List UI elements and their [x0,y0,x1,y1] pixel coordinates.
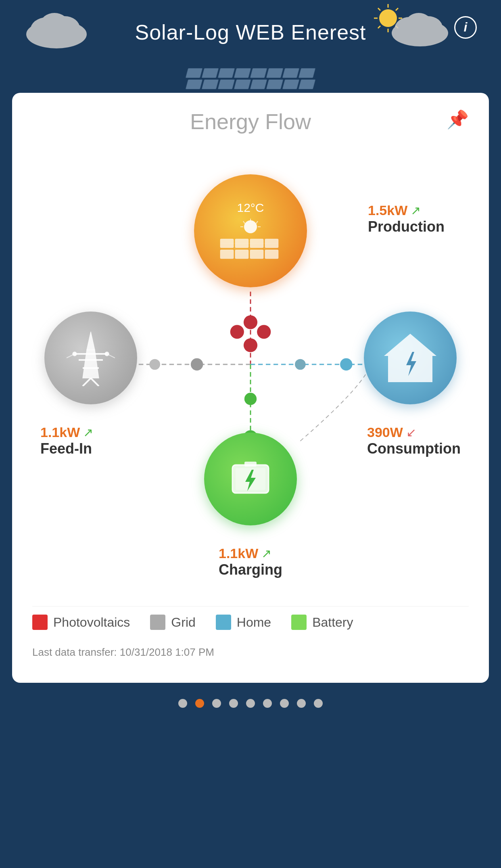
svg-point-21 [244,316,257,329]
svg-point-24 [244,338,257,352]
svg-point-16 [406,13,432,34]
production-value: 1.5kW [368,203,407,218]
feedin-value: 1.1kW [40,425,80,440]
svg-rect-42 [235,250,248,259]
charging-value: 1.1kW [219,546,258,561]
svg-rect-43 [250,250,263,259]
svg-line-34 [256,221,258,224]
svg-point-23 [257,325,271,339]
pin-icon[interactable]: 📌 [447,109,469,130]
legend-battery-label: Battery [312,615,353,630]
consumption-label: Consumption [367,440,461,457]
info-button[interactable]: i [454,16,477,39]
dot-5[interactable] [246,699,255,708]
svg-point-59 [105,352,109,356]
svg-line-9 [378,8,380,10]
svg-point-58 [73,352,77,356]
solar-temp: 12°C [237,201,264,215]
svg-point-29 [244,393,257,405]
legend-home-label: Home [237,615,271,630]
svg-rect-44 [265,250,278,259]
charging-label-area: 1.1kW ↗ Charging [219,546,282,578]
svg-point-25 [191,358,203,370]
dot-1[interactable] [178,699,187,708]
cloud-right-area: i [390,8,477,46]
svg-point-31 [244,220,257,233]
legend-grid: Grid [150,615,195,630]
svg-point-22 [230,325,244,339]
battery-node[interactable] [204,433,297,525]
svg-point-3 [40,13,69,36]
svg-rect-41 [220,250,234,259]
svg-line-54 [83,378,91,386]
home-icon [380,330,440,386]
svg-point-27 [295,359,306,370]
last-data-transfer: Last data transfer: 10/31/2018 1:07 PM [32,646,469,659]
charging-arrow: ↗ [261,546,271,561]
production-arrow: ↗ [411,203,421,218]
legend-home-color [216,615,231,630]
legend-photovoltaics-label: Photovoltaics [53,615,130,630]
svg-line-33 [243,221,245,224]
flow-diagram: 12°C [32,150,469,594]
feedin-arrow: ↗ [83,425,93,439]
legend-grid-label: Grid [171,615,195,630]
dot-7[interactable] [280,699,289,708]
dot-3[interactable] [212,699,221,708]
solar-panel-icon [214,217,287,261]
legend-battery-color [291,615,307,630]
home-node[interactable] [364,312,457,404]
dot-8[interactable] [297,699,306,708]
consumption-arrow: ↙ [406,425,416,439]
legend: Photovoltaics Grid Home Battery [32,606,469,638]
dot-2[interactable] [195,699,204,708]
battery-icon [224,453,277,505]
legend-grid-color [150,615,165,630]
svg-marker-49 [87,332,95,350]
dot-4[interactable] [229,699,238,708]
production-label-area: 1.5kW ↗ Production [368,203,445,235]
charging-label: Charging [219,561,282,578]
legend-battery: Battery [291,615,353,630]
solar-node[interactable]: 12°C [194,174,307,287]
svg-point-26 [149,359,160,370]
consumption-label-area: 390W ↙ Consumption [367,425,461,457]
svg-line-12 [378,26,380,28]
cloud-left-icon [24,8,89,48]
legend-photovoltaics-color [32,615,48,630]
production-label: Production [368,218,445,235]
app-header: Solar-Log WEB Enerest i [0,0,501,65]
dot-9[interactable] [314,699,323,708]
svg-rect-63 [244,462,257,466]
svg-line-55 [91,378,99,386]
svg-point-28 [340,358,352,370]
legend-photovoltaics: Photovoltaics [32,615,130,630]
grid-node[interactable] [44,312,137,404]
energy-flow-card: Energy Flow 📌 [12,93,489,683]
solar-panels-decoration [0,65,501,93]
feedin-label-area: 1.1kW ↗ Feed-In [40,425,93,457]
app-title: Solar-Log WEB Enerest [135,20,366,44]
dot-6[interactable] [263,699,272,708]
page-dots [0,683,501,724]
feedin-label: Feed-In [40,440,93,457]
card-title: Energy Flow [32,109,469,134]
grid-tower-icon [65,330,117,386]
cloud-right-icon [390,8,450,46]
consumption-value: 390W [367,425,403,440]
legend-home: Home [216,615,271,630]
